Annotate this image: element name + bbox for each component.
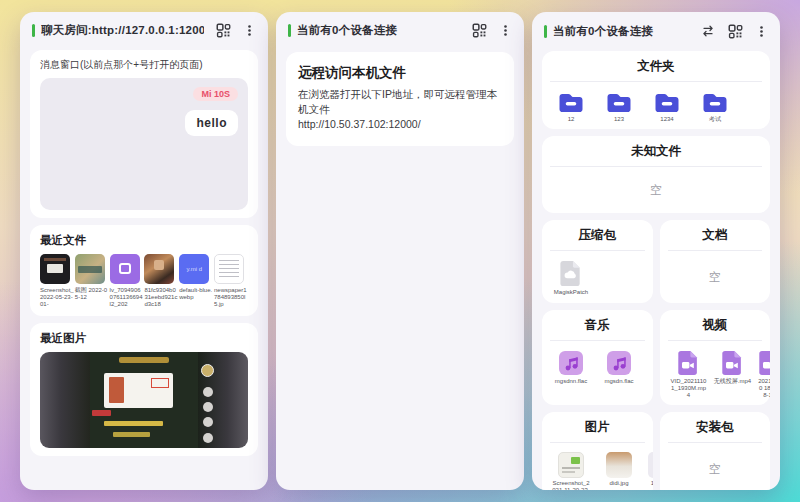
webp-thumbnail: y.mi d [179,254,209,284]
section-title: 文件夹 [542,58,770,81]
photo-thumbnail [75,254,105,284]
section-title: 压缩包 [542,227,653,250]
scan-qr-icon[interactable] [472,23,487,38]
section-music: 音乐 mgsdnn.flac mgsdn.flac [542,310,653,405]
section-images: 图片 Screenshot_2021-11-20-23- didi.jpg [542,412,653,490]
caption-line [104,421,162,426]
document-file-icon [110,254,140,284]
recent-image-preview[interactable] [40,352,248,448]
remote-panel-header: 当前有0个设备连接 [276,12,524,43]
video-file-item[interactable]: VID_20211101_1930M.mp4 [670,350,708,399]
video-title-text [119,357,169,363]
recent-images-card: 最近图片 [30,323,258,456]
folder-item[interactable]: 12 [552,91,590,123]
image-file-item[interactable]: didi.jpg [600,452,638,490]
section-title: 安装包 [660,419,771,442]
section-unknown-files: 未知文件 空 [542,136,770,213]
photo-thumbnail [648,452,653,478]
image-file-item[interactable]: 12 [648,452,653,490]
recent-file-item[interactable]: lv_70949060761136694l2_202 [110,254,144,308]
chat-panel-header: 聊天房间:http://127.0.0.1:12000 [20,12,268,43]
folder-item[interactable]: 1234 [648,91,686,123]
files-panel-header: 当前有0个设备连接 [532,12,780,44]
section-title: 视频 [660,317,771,340]
more-menu-icon[interactable] [755,25,768,38]
inner-card-graphic [104,373,173,408]
files-panel-title: 当前有0个设备连接 [553,24,688,39]
screenshot-thumbnail [558,452,584,478]
accent-bar [288,24,291,37]
scan-qr-icon[interactable] [216,23,231,38]
archive-file-item[interactable]: MagiskPatch [552,260,590,296]
more-menu-icon[interactable] [243,24,256,37]
recent-file-item[interactable]: newspaper1784893850l5.jp [214,254,248,308]
empty-label: 空 [660,251,771,303]
recent-file-item[interactable]: y.mi d default-blue.webp [179,254,213,308]
more-menu-icon[interactable] [499,24,512,37]
section-title: 未知文件 [542,143,770,166]
remote-access-desc: 在浏览器打开以下IP地址，即可远程管理本机文件 [298,87,502,117]
photo-thumbnail [606,452,632,478]
video-file-item[interactable]: 2021-10 18-08-1 [758,350,771,399]
recent-images-title: 最近图片 [40,331,248,346]
scan-qr-icon[interactable] [728,24,743,39]
recent-files-card: 最近文件 Screenshot_2022-05-23-01- 截图 2022-0… [30,225,258,316]
folder-item[interactable]: 123 [600,91,638,123]
chat-panel: 聊天房间:http://127.0.0.1:12000 消息窗口(以前点那个+号… [20,12,268,490]
section-title: 文档 [660,227,771,250]
device-badge: Mi 10S [193,87,238,101]
empty-label: 空 [542,167,770,213]
message-window-card: 消息窗口(以前点那个+号打开的页面) Mi 10S hello [30,50,258,218]
remote-access-card: 远程访问本机文件 在浏览器打开以下IP地址，即可远程管理本机文件 http://… [286,52,514,146]
remote-panel-title: 当前有0个设备连接 [297,23,460,38]
folder-item[interactable]: 考试 [696,91,734,123]
section-archives: 压缩包 MagiskPatch [542,220,653,303]
empty-label: 空 [660,443,771,490]
accent-bar [544,25,547,38]
section-title: 音乐 [542,317,653,340]
image-file-item[interactable]: Screenshot_2021-11-20-23- [552,452,590,490]
message-window: Mi 10S hello [40,78,248,210]
like-icon [203,387,213,397]
comment-icon [203,402,213,412]
section-videos: 视频 VID_20211101_1930M.mp4 无线投屏.mp4 2021-… [660,310,771,405]
section-documents: 文档 空 [660,220,771,303]
section-packages: 安装包 空 [660,412,771,490]
remote-access-title: 远程访问本机文件 [298,64,502,82]
remote-panel: 当前有0个设备连接 远程访问本机文件 在浏览器打开以下IP地址，即可远程管理本机… [276,12,524,490]
accent-bar [32,24,35,37]
recent-file-item[interactable]: 81fc9304b031eebd921cd3c18 [144,254,178,308]
chat-panel-title: 聊天房间:http://127.0.0.1:12000 [41,23,204,38]
share-icon [203,433,213,443]
caption-line [113,432,150,437]
music-file-item[interactable]: mgsdnn.flac [552,350,590,385]
section-folders: 文件夹 12 123 1234 考试 [542,51,770,129]
red-tag-graphic [92,410,111,416]
music-file-item[interactable]: mgsdn.flac [600,350,638,385]
section-title: 图片 [542,419,653,442]
message-window-label: 消息窗口(以前点那个+号打开的页面) [40,58,248,72]
video-file-item[interactable]: 无线投屏.mp4 [714,350,752,399]
image-thumbnail [144,254,174,284]
recent-file-item[interactable]: 截图 2022-05-12 [75,254,109,308]
chat-message-bubble: hello [185,110,238,136]
recent-files-row: Screenshot_2022-05-23-01- 截图 2022-05-12 … [40,254,248,308]
star-icon [203,417,213,427]
avatar [201,364,214,377]
remote-access-url: http://10.50.37.102:12000/ [298,117,502,132]
recent-file-item[interactable]: Screenshot_2022-05-23-01- [40,254,74,308]
files-panel: 当前有0个设备连接 文件夹 12 123 1234 [532,12,780,490]
text-page-thumbnail [214,254,244,284]
recent-files-title: 最近文件 [40,233,248,248]
transfer-arrows-icon[interactable] [700,23,716,39]
screenshot-thumbnail [40,254,70,284]
